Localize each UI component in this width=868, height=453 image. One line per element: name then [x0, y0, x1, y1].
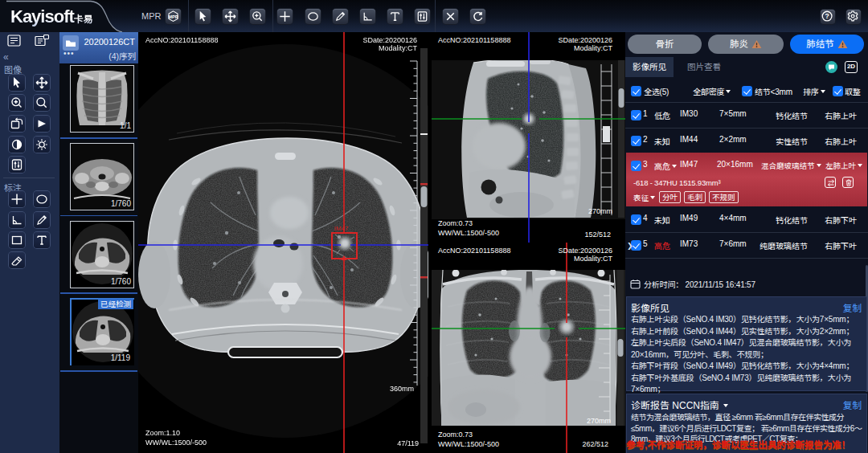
svg-text:MPR: MPR	[168, 14, 178, 19]
svg-text:?: ?	[825, 12, 829, 20]
svg-text:IM47: IM47	[334, 225, 349, 232]
